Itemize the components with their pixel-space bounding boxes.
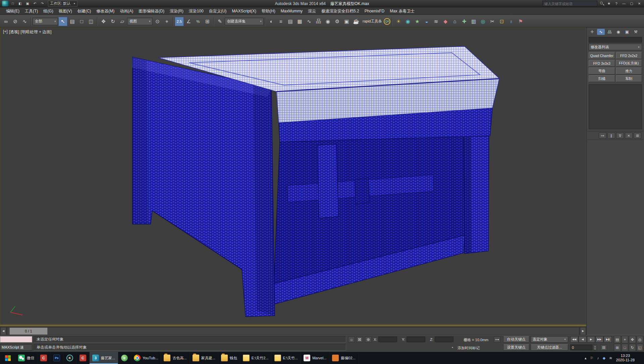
- perspective-viewport[interactable]: [+] [透视] [明暗处理 + 边面]: [0, 28, 586, 325]
- tab-create-icon[interactable]: ✛: [588, 29, 596, 35]
- plugin-box-icon[interactable]: ⊡: [497, 17, 506, 26]
- percent-snap-icon[interactable]: %: [194, 17, 203, 26]
- use-pivot-center-icon[interactable]: ⊙: [153, 17, 162, 26]
- plugin-waves-icon[interactable]: ≋: [431, 17, 440, 26]
- undo-icon[interactable]: ↶: [32, 1, 38, 6]
- layer-manager-icon[interactable]: ▤: [286, 17, 295, 26]
- modifier-btn-ffd-2x2x2[interactable]: FFD 2x2x2: [616, 52, 642, 59]
- taskbar-item-tengbian[interactable]: 藤编02...: [329, 352, 358, 364]
- time-slider-track[interactable]: 0 / 1: [7, 327, 579, 335]
- unlink-selection-icon[interactable]: ⊘: [11, 17, 20, 26]
- modifier-btn-ffd-box[interactable]: FFD(长方体): [616, 60, 642, 67]
- configure-modifier-sets-icon[interactable]: ⊞: [634, 133, 641, 139]
- select-manipulate-icon[interactable]: ⌖: [162, 17, 171, 26]
- plugin-plus-icon[interactable]: ✚: [460, 17, 469, 26]
- time-configuration-icon[interactable]: ⊞: [600, 345, 607, 351]
- previous-frame-button[interactable]: ◀: [579, 336, 587, 343]
- object-name-field[interactable]: [589, 37, 642, 43]
- render-setup-icon[interactable]: ⚙: [333, 17, 342, 26]
- auto-key-button[interactable]: 自动关键点: [503, 336, 529, 343]
- taskbar-icon-c2[interactable]: C: [76, 352, 90, 364]
- zoom-region-icon[interactable]: □: [622, 344, 629, 351]
- show-end-result-icon[interactable]: ∥: [607, 133, 615, 139]
- viewport-menu-plus[interactable]: [+]: [3, 29, 8, 35]
- taskbar-item-explorer-1[interactable]: E:\天竹2...: [240, 352, 272, 364]
- modifier-btn-push[interactable]: 推力: [616, 67, 642, 74]
- viewport-menu-shading[interactable]: [明暗处理 + 边面]: [20, 29, 51, 35]
- menu-render100[interactable]: 渲染100: [186, 7, 206, 15]
- workspace-selector[interactable]: 工作区: 默认 ▼: [48, 1, 77, 7]
- select-and-link-icon[interactable]: ∞: [1, 17, 10, 26]
- taskbar-icon-keyshot[interactable]: K: [63, 352, 76, 364]
- selection-filter-dropdown[interactable]: 全部 ▼: [33, 18, 58, 25]
- render-production-icon[interactable]: ☕: [352, 17, 361, 26]
- next-frame-button[interactable]: ▶▶: [595, 336, 603, 343]
- select-move-icon[interactable]: ✥: [99, 17, 108, 26]
- start-button[interactable]: [0, 352, 15, 364]
- snap-toggle-icon[interactable]: 2.5: [175, 17, 184, 26]
- plugin-earth-icon[interactable]: ♁: [506, 17, 516, 26]
- menu-tools[interactable]: 工具(T): [22, 7, 41, 15]
- go-to-start-button[interactable]: ◀◀: [570, 336, 578, 343]
- light-icon[interactable]: ☀: [394, 17, 403, 26]
- taskbar-item-folder-qianbao[interactable]: 钱包: [218, 352, 240, 364]
- taskbar-icon-photoshop[interactable]: Ps: [50, 352, 63, 364]
- tab-modify-icon[interactable]: ∿: [597, 29, 605, 35]
- modifier-btn-lathe[interactable]: 车削: [616, 75, 642, 82]
- align-icon[interactable]: ≡: [276, 17, 285, 26]
- taskbar-icon-browser[interactable]: e: [118, 352, 131, 364]
- reference-coordinate-dropdown[interactable]: 视图 ▼: [127, 18, 153, 25]
- maxscript-mini-listener[interactable]: [0, 336, 32, 343]
- menu-help[interactable]: 帮助(H): [259, 7, 278, 15]
- close-button[interactable]: ✕: [637, 2, 642, 5]
- menu-modifiers[interactable]: 修改器(M): [94, 7, 117, 15]
- tab-display-icon[interactable]: ▣: [623, 29, 631, 35]
- isolate-selection-icon[interactable]: ☼: [348, 336, 355, 343]
- help-icon[interactable]: ?: [614, 2, 619, 6]
- menu-group[interactable]: 组(G): [41, 7, 56, 15]
- maximize-viewport-icon[interactable]: ◱: [637, 344, 644, 351]
- time-slider-handle[interactable]: 0 / 1: [9, 327, 48, 335]
- modifier-btn-ffd-3x3x3[interactable]: FFD 3x3x3: [589, 60, 615, 67]
- spinner-down-icon[interactable]: ▾: [594, 348, 595, 350]
- maximize-button[interactable]: ▢: [629, 2, 634, 5]
- open-file-icon[interactable]: ◧: [17, 1, 23, 6]
- camera-icon[interactable]: ◉: [403, 17, 412, 26]
- app-logo-icon[interactable]: [2, 1, 8, 6]
- plugin-star-icon[interactable]: ★: [413, 17, 422, 26]
- mirror-icon[interactable]: ◐: [267, 17, 276, 26]
- qr-badge[interactable]: QR: [384, 18, 390, 25]
- ribbon-toggle-icon[interactable]: ▦: [295, 17, 304, 26]
- key-filters-button[interactable]: 关键点过滤器...: [531, 344, 568, 351]
- menu-graph-editors[interactable]: 图形编辑器(D): [136, 7, 167, 15]
- tray-volume-icon[interactable]: ♪: [597, 356, 599, 360]
- set-key-button[interactable]: 设置关键点: [503, 344, 529, 351]
- select-object-icon[interactable]: ↖: [58, 17, 67, 26]
- rapid-toolbar-label[interactable]: rapid工具条: [361, 19, 383, 24]
- maxscript-listener-label[interactable]: MAXScript 迷: [0, 344, 32, 351]
- favorites-star-icon[interactable]: ★: [606, 1, 611, 6]
- orbit-icon[interactable]: ◎: [637, 336, 644, 343]
- selection-lock-icon[interactable]: ⊠: [356, 336, 363, 343]
- viewport-canvas[interactable]: [0, 28, 586, 324]
- zoom-extents-icon[interactable]: ▤: [614, 336, 621, 343]
- menu-antivirus[interactable]: Max 杀毒卫士: [387, 7, 417, 15]
- search-icon[interactable]: [600, 1, 604, 6]
- taskbar-item-3dsmax[interactable]: 3 藤艺家...: [90, 352, 118, 364]
- taskbar-item-folder-gusegao[interactable]: 古色高...: [161, 352, 190, 364]
- tray-app-icon[interactable]: ◆: [603, 356, 605, 360]
- field-of-view-icon[interactable]: ↻: [629, 344, 636, 351]
- menu-views[interactable]: 视图(V): [56, 7, 75, 15]
- angle-snap-icon[interactable]: ∠: [184, 17, 193, 26]
- select-rotate-icon[interactable]: ↻: [108, 17, 117, 26]
- plugin-target-icon[interactable]: ◎: [478, 17, 487, 26]
- remove-modifier-icon[interactable]: ✕: [625, 133, 633, 139]
- next-frame-arrow[interactable]: ▶: [580, 327, 586, 335]
- frame-number-field[interactable]: [570, 345, 592, 350]
- schematic-view-icon[interactable]: 品: [314, 17, 323, 26]
- modifier-btn-quad-chamfer[interactable]: Quad Chamfer: [589, 52, 615, 59]
- zoom-all-icon[interactable]: ⊞: [614, 344, 621, 351]
- tab-utilities-icon[interactable]: ⚒: [632, 29, 640, 35]
- search-input[interactable]: [542, 1, 597, 6]
- time-tag-icon[interactable]: ◔: [449, 345, 455, 351]
